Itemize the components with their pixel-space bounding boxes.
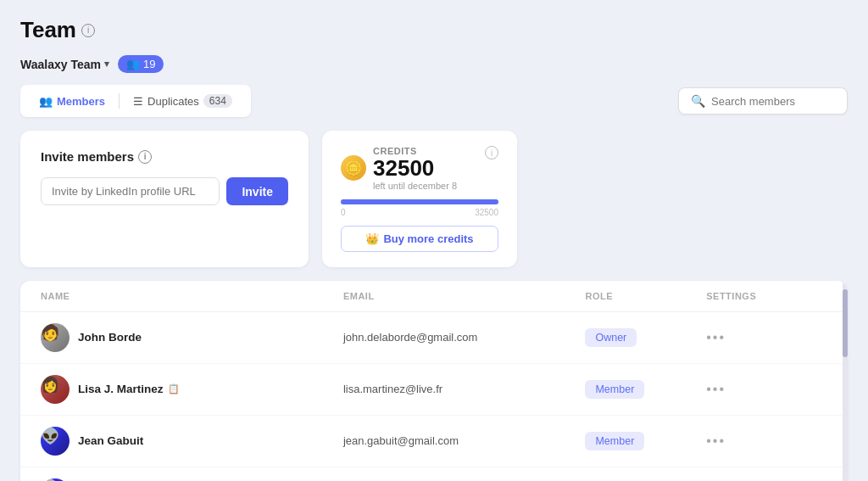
tab-duplicates-label: Duplicates xyxy=(147,95,199,108)
page-header: Team i xyxy=(20,17,848,43)
tab-members-label: Members xyxy=(57,95,105,108)
member-name: Lisa J. Martinez 📋 xyxy=(78,383,180,395)
avatar: 🧑 xyxy=(41,323,70,352)
member-name: Jean Gabuit xyxy=(78,434,143,447)
tabs-bar: 👥 Members ☰ Duplicates 634 xyxy=(20,85,251,117)
settings-dots[interactable]: ••• xyxy=(706,433,726,448)
table-body: 🧑 John Borde john.delaborde@gmail.com Ow… xyxy=(20,312,848,481)
email-cell: jean.gabuit@gmail.com xyxy=(343,434,586,447)
invite-input[interactable] xyxy=(41,177,220,205)
role-cell: Owner xyxy=(585,328,706,347)
page-info-icon[interactable]: i xyxy=(81,24,95,37)
col-role-header: ROLE xyxy=(585,291,706,301)
duplicates-count-badge: 634 xyxy=(203,94,232,108)
invite-title-text: Invite members xyxy=(41,149,134,164)
credits-label-col: CREDITS 32500 left until december 8 xyxy=(373,146,457,191)
table-row: 👽 Nicolas Machiavel nicolasmacchiavel6@g… xyxy=(20,467,848,481)
cards-row: Invite members i Invite 🪙 CREDITS 32500 … xyxy=(20,131,848,267)
col-email-header: EMAIL xyxy=(343,291,586,301)
invite-info-icon[interactable]: i xyxy=(138,150,152,164)
members-table: NAME EMAIL ROLE SETTINGS 🧑 John Borde jo… xyxy=(20,281,848,481)
team-name: Waalaxy Team xyxy=(20,58,101,71)
progress-min: 0 xyxy=(341,208,346,217)
col-settings-header: SETTINGS xyxy=(706,291,827,301)
credits-info-icon[interactable]: i xyxy=(485,146,498,159)
team-selector[interactable]: Waalaxy Team ▾ xyxy=(20,58,109,71)
credits-progress-fill xyxy=(341,199,498,204)
crown-icon: 👑 xyxy=(365,232,379,245)
invite-card: Invite members i Invite xyxy=(20,131,309,267)
table-header: NAME EMAIL ROLE SETTINGS xyxy=(20,281,848,312)
member-name-cell: 👽 Jean Gabuit xyxy=(41,427,343,456)
member-count-badge: 👥 19 xyxy=(118,55,164,73)
team-selector-row: Waalaxy Team ▾ 👥 19 xyxy=(20,55,848,73)
members-icon: 👥 xyxy=(39,95,53,108)
credits-amount: 32500 xyxy=(373,156,457,181)
invite-button[interactable]: Invite xyxy=(226,177,288,205)
scrollbar-track[interactable] xyxy=(843,281,848,481)
member-count: 19 xyxy=(143,58,155,70)
member-name: John Borde xyxy=(78,331,142,344)
member-icon: 👥 xyxy=(126,58,140,70)
tab-members[interactable]: 👥 Members xyxy=(29,91,115,112)
settings-cell: ••• xyxy=(706,433,827,449)
col-name-header: NAME xyxy=(41,291,343,301)
member-name-cell: 🧑 John Borde xyxy=(41,323,343,352)
role-badge: Owner xyxy=(585,328,637,347)
buy-more-credits-button[interactable]: 👑 Buy more credits xyxy=(341,226,498,252)
tabs-search-row: 👥 Members ☰ Duplicates 634 🔍 xyxy=(20,85,848,117)
credits-card: 🪙 CREDITS 32500 left until december 8 i … xyxy=(322,131,517,267)
settings-cell: ••• xyxy=(706,330,827,345)
search-input[interactable] xyxy=(711,95,835,108)
credits-subtitle: left until december 8 xyxy=(373,181,457,191)
settings-cell: ••• xyxy=(706,382,827,397)
table-row: 👽 Jean Gabuit jean.gabuit@gmail.com Memb… xyxy=(20,416,848,467)
avatar: 👽 xyxy=(41,478,70,481)
role-cell: Member xyxy=(585,432,706,450)
search-box: 🔍 xyxy=(678,87,848,115)
duplicates-icon: ☰ xyxy=(133,95,143,108)
invite-form: Invite xyxy=(41,177,288,205)
settings-dots[interactable]: ••• xyxy=(706,330,726,344)
buy-btn-label: Buy more credits xyxy=(383,232,473,245)
member-name-cell: 👽 Nicolas Machiavel xyxy=(41,478,343,481)
role-badge: Member xyxy=(585,432,644,450)
linked-icon: 📋 xyxy=(168,383,180,394)
invite-card-title: Invite members i xyxy=(41,149,288,164)
role-cell: Member xyxy=(585,380,706,399)
table-row: 👩 Lisa J. Martinez 📋 lisa.martinez@live.… xyxy=(20,364,848,416)
avatar: 👩 xyxy=(41,375,70,404)
scrollbar-thumb xyxy=(843,289,848,357)
role-badge: Member xyxy=(585,380,644,399)
chevron-down-icon: ▾ xyxy=(104,59,109,70)
search-icon: 🔍 xyxy=(691,94,705,108)
email-cell: john.delaborde@gmail.com xyxy=(343,331,586,344)
table-row: 🧑 John Borde john.delaborde@gmail.com Ow… xyxy=(20,312,848,364)
progress-max: 32500 xyxy=(475,208,498,217)
page-title: Team xyxy=(20,17,76,43)
tab-divider xyxy=(119,93,120,109)
member-name-cell: 👩 Lisa J. Martinez 📋 xyxy=(41,375,343,404)
credits-header: 🪙 CREDITS 32500 left until december 8 i xyxy=(341,146,498,191)
tab-duplicates[interactable]: ☰ Duplicates 634 xyxy=(123,90,242,112)
avatar: 👽 xyxy=(41,427,70,456)
settings-dots[interactable]: ••• xyxy=(706,382,726,396)
credits-icon-row: 🪙 CREDITS 32500 left until december 8 xyxy=(341,146,457,191)
credits-progress-bar xyxy=(341,199,498,204)
progress-labels: 0 32500 xyxy=(341,208,498,217)
email-cell: lisa.martinez@live.fr xyxy=(343,383,586,395)
coin-icon: 🪙 xyxy=(341,155,366,181)
